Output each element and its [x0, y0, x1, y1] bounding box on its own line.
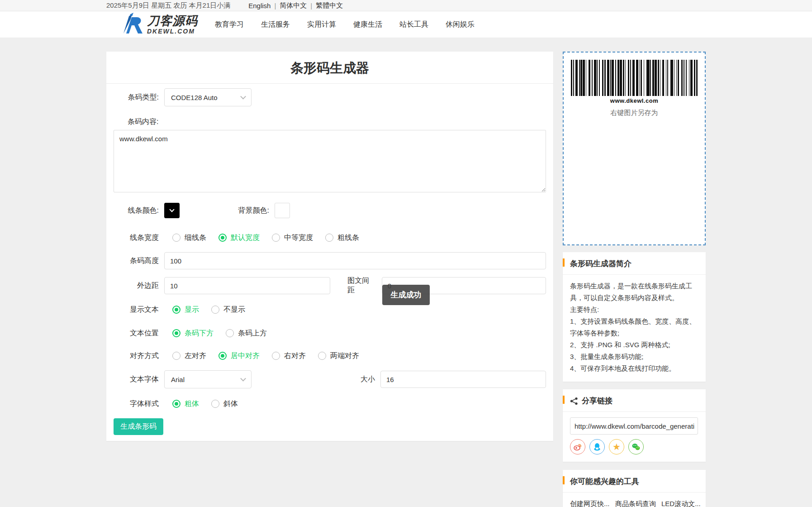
chevron-down-icon: [240, 94, 246, 100]
barcode-height-input[interactable]: 100: [164, 252, 546, 269]
radio-align-left[interactable]: 左对齐: [172, 351, 206, 361]
language-switcher: English | 简体中文 | 繁體中文: [248, 1, 343, 10]
radio-circle: [211, 400, 219, 408]
radio-medium-width[interactable]: 中等宽度: [272, 233, 313, 243]
radio-circle: [272, 234, 280, 242]
radio-align-center[interactable]: 居中对齐: [218, 351, 260, 361]
tools-grid: 创建网页快... 商品条码查询 LED滚动文... 诗文起名 在线闹钟 二十四节…: [563, 493, 706, 507]
logo-title: 刀客源码: [147, 15, 198, 27]
radio-circle: [172, 234, 180, 242]
barcode-form: 条码类型: CODE128 Auto 条码内容: www.dkewl.com 线…: [106, 84, 553, 441]
radio-show[interactable]: 显示: [172, 305, 199, 315]
radio-label: 斜体: [223, 399, 238, 409]
radio-thin-line[interactable]: 细线条: [172, 233, 206, 243]
barcode-height-label: 条码高度: [114, 256, 159, 266]
tool-link-product-barcode-query[interactable]: 商品条码查询: [615, 500, 661, 507]
line-color-picker[interactable]: [164, 203, 180, 218]
text-position-label: 文本位置: [114, 329, 159, 338]
line-color-label: 线条颜色:: [114, 206, 159, 215]
success-toast: 生成成功: [382, 285, 430, 305]
radio-default-width[interactable]: 默认宽度: [218, 233, 260, 243]
site-logo[interactable]: 刀客源码 DKEWL.COM: [120, 13, 198, 36]
bg-color-picker[interactable]: [275, 203, 290, 218]
main-nav: 教育学习 生活服务 实用计算 健康生活 站长工具 休闲娱乐: [214, 17, 475, 32]
radio-bold[interactable]: 粗体: [172, 399, 199, 409]
nav-item-leisure[interactable]: 休闲娱乐: [445, 17, 475, 32]
separator: |: [274, 2, 276, 10]
show-text-options: 显示 不显示: [164, 305, 245, 315]
radio-label: 居中对齐: [231, 351, 260, 361]
intro-panel-body: 条形码生成器，是一款在线条形码生成工具，可以自定义条形码内容及样式。 主要特点:…: [570, 280, 698, 374]
tool-link-webpage-shortcut[interactable]: 创建网页快...: [570, 500, 615, 507]
font-label: 文本字体: [114, 375, 159, 384]
generate-barcode-button[interactable]: 生成条形码: [114, 418, 163, 435]
site-header: 刀客源码 DKEWL.COM 教育学习 生活服务 实用计算 健康生活 站长工具 …: [0, 11, 812, 38]
radio-circle: [325, 234, 333, 242]
qzone-icon[interactable]: ★: [609, 439, 624, 454]
nav-item-webmaster[interactable]: 站长工具: [399, 17, 429, 32]
radio-label: 右对齐: [284, 351, 306, 361]
radio-align-right[interactable]: 右对齐: [272, 351, 306, 361]
barcode-height-value: 100: [170, 257, 181, 265]
chevron-down-icon: [240, 376, 246, 382]
outer-margin-label: 外边距: [114, 281, 159, 291]
lang-traditional-chinese[interactable]: 繁體中文: [316, 1, 343, 10]
radio-hide[interactable]: 不显示: [211, 305, 245, 315]
wechat-icon[interactable]: [628, 439, 644, 454]
barcode-type-label: 条码类型:: [114, 93, 159, 102]
lang-english[interactable]: English: [248, 2, 271, 10]
logo-subtitle: DKEWL.COM: [147, 28, 198, 34]
radio-circle: [172, 400, 180, 408]
radio-align-justify[interactable]: 两端对齐: [318, 351, 359, 361]
radio-below-barcode[interactable]: 条码下方: [172, 329, 214, 338]
radio-label: 粗体: [185, 399, 199, 409]
lang-simplified-chinese[interactable]: 简体中文: [280, 1, 307, 10]
radio-thick-line[interactable]: 粗线条: [325, 233, 359, 243]
preview-caption: 右键图片另存为: [564, 109, 705, 117]
star-glyph: ★: [613, 441, 621, 452]
radio-label: 细线条: [185, 233, 206, 243]
radio-circle: [172, 352, 180, 360]
radio-circle: [272, 352, 280, 360]
outer-margin-value: 10: [170, 282, 178, 290]
show-text-label: 显示文本: [114, 305, 159, 315]
image-text-gap-label: 图文间距: [347, 276, 376, 295]
intro-panel-title: 条形码生成器简介: [570, 258, 632, 269]
radio-label: 两端对齐: [330, 351, 359, 361]
line-width-options: 细线条 默认宽度 中等宽度 粗线条: [164, 233, 359, 243]
barcode-preview-box[interactable]: www.dkewl.com 右键图片另存为: [563, 52, 706, 245]
radio-label: 粗线条: [337, 233, 359, 243]
nav-item-calc[interactable]: 实用计算: [306, 17, 337, 32]
radio-circle: [172, 306, 180, 314]
font-size-label: 大小: [361, 375, 375, 384]
radio-label: 中等宽度: [284, 233, 313, 243]
radio-italic[interactable]: 斜体: [211, 399, 238, 409]
radio-label: 不显示: [223, 305, 245, 315]
radio-circle: [211, 306, 219, 314]
barcode-type-select[interactable]: CODE128 Auto: [164, 88, 252, 106]
logo-icon: [120, 13, 144, 36]
radio-label: 条码上方: [238, 329, 267, 338]
tool-link-led-scrolling-text[interactable]: LED滚动文...: [661, 500, 701, 507]
share-icon: [570, 397, 578, 405]
radio-circle: [218, 352, 227, 360]
radio-label: 显示: [185, 305, 199, 315]
font-size-input[interactable]: 16: [380, 371, 546, 388]
radio-label: 默认宽度: [231, 233, 260, 243]
page-title: 条形码生成器: [106, 52, 553, 83]
nav-item-health[interactable]: 健康生活: [352, 17, 383, 32]
qq-icon[interactable]: [589, 439, 605, 454]
chevron-down-icon: [169, 207, 174, 212]
font-select[interactable]: Arial: [164, 370, 252, 388]
share-panel: 分享链接 http://www.dkewl.com/barcode_genera…: [563, 389, 706, 462]
outer-margin-input[interactable]: 10: [164, 277, 330, 294]
barcode-generator-card: 条形码生成器 条码类型: CODE128 Auto 条码内容: www.dkew…: [106, 52, 553, 441]
radio-above-barcode[interactable]: 条码上方: [226, 329, 267, 338]
share-url-input[interactable]: http://www.dkewl.com/barcode_generati: [570, 417, 698, 435]
barcode-content-input[interactable]: www.dkewl.com: [114, 130, 546, 192]
nav-item-life[interactable]: 生活服务: [260, 17, 291, 32]
radio-circle: [226, 329, 234, 337]
weibo-icon[interactable]: [570, 439, 585, 454]
nav-item-education[interactable]: 教育学习: [214, 17, 245, 32]
share-url-value: http://www.dkewl.com/barcode_generati: [575, 422, 694, 430]
